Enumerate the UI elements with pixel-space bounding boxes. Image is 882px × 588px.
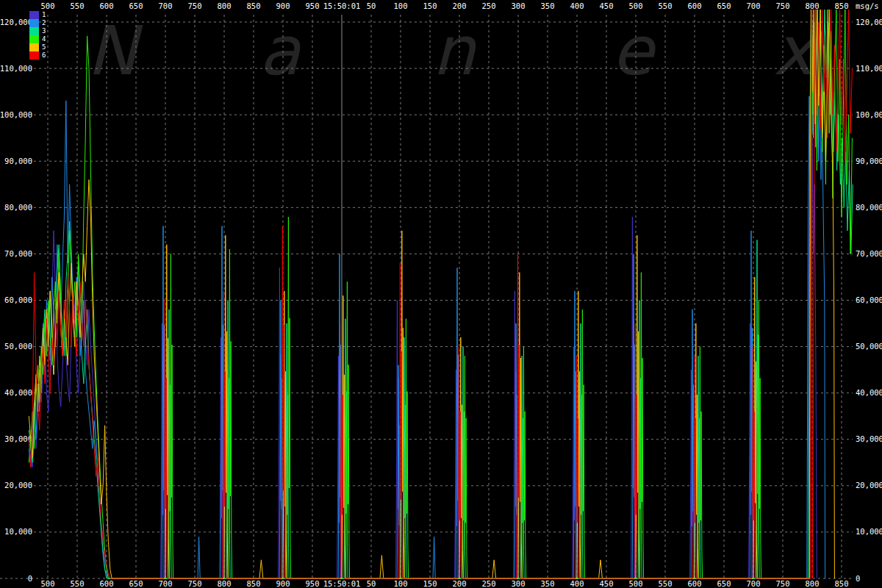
x-tick-label: 550	[659, 1, 673, 10]
x-tick-label: 650	[717, 1, 731, 10]
y-tick-label: 60,000	[856, 295, 882, 304]
x-tick-label: 600	[100, 1, 114, 10]
x-tick-label: 450	[600, 579, 614, 588]
x-tick-label: 300	[512, 1, 526, 10]
y-tick-label: 40,000	[856, 388, 882, 397]
series-line-6	[29, 10, 852, 578]
y-tick-label: 90,000	[856, 157, 882, 165]
x-tick-label: 15:50:01	[323, 579, 361, 588]
x-tick-label: 850	[247, 1, 261, 10]
y-tick-label: 30,000	[856, 434, 882, 443]
x-tick-label: 650	[129, 579, 143, 588]
legend-swatch-4	[29, 35, 39, 43]
x-tick-label: 800	[806, 1, 820, 10]
legend-item: 3	[29, 27, 46, 35]
x-tick-label: 600	[100, 579, 114, 588]
x-tick-label: 950	[306, 579, 320, 588]
x-tick-label: 100	[394, 579, 408, 588]
x-tick-label: 700	[747, 579, 761, 588]
y-tick-label: 100,000	[856, 110, 882, 119]
x-tick-label: 950	[306, 1, 320, 10]
x-tick-label: 800	[806, 579, 820, 588]
x-tick-label: 50	[367, 1, 376, 10]
y-tick-label: 70,000	[856, 249, 882, 258]
x-tick-label: 550	[659, 579, 673, 588]
legend-label-3: 3	[39, 27, 46, 35]
x-tick-label: 650	[717, 579, 731, 588]
y-tick-label: 20,000	[4, 481, 32, 490]
x-tick-label: 300	[512, 579, 526, 588]
y-tick-label: 10,000	[4, 527, 32, 536]
legend-swatch-5	[29, 43, 39, 51]
x-tick-label: 900	[276, 1, 290, 10]
x-tick-label: 850	[247, 579, 261, 588]
legend-label-1: 1	[39, 11, 46, 19]
x-tick-label: 50	[367, 579, 376, 588]
x-tick-label: 750	[776, 579, 790, 588]
legend-item: 2	[29, 19, 46, 27]
x-tick-label: 500	[629, 579, 643, 588]
y-tick-label: 120,000	[856, 18, 882, 26]
x-tick-label: 550	[71, 1, 85, 10]
x-tick-label: 550	[71, 579, 85, 588]
series-line-2	[29, 10, 825, 578]
x-tick-label: 700	[159, 1, 173, 10]
legend-label-5: 5	[39, 43, 46, 51]
x-tick-label: 500	[41, 1, 55, 10]
x-tick-label: 750	[188, 1, 202, 10]
y-tick-label: 50,000	[4, 342, 32, 351]
x-tick-label: 700	[747, 1, 761, 10]
x-tick-label: 15:50:01	[323, 1, 361, 10]
legend-item: 6	[29, 51, 46, 60]
x-tick-label: 250	[482, 579, 496, 588]
legend-label-2: 2	[39, 19, 46, 27]
legend-item: 1	[29, 11, 46, 19]
y-tick-label: 90,000	[4, 157, 32, 165]
legend-item: 5	[29, 43, 46, 51]
x-tick-label: 400	[570, 1, 584, 10]
y-tick-label: 110,000	[0, 64, 32, 73]
y-tick-label: 0	[856, 574, 860, 583]
y-axis-unit-label: msg/s	[856, 1, 879, 10]
legend-label-6: 6	[39, 51, 46, 60]
y-tick-label: 80,000	[4, 203, 32, 212]
y-tick-label: 30,000	[4, 434, 32, 443]
y-tick-label: 120,000	[0, 18, 32, 26]
x-tick-label: 500	[41, 579, 55, 588]
x-tick-label: 850	[835, 579, 849, 588]
x-tick-label: 800	[218, 1, 232, 10]
series-line-4	[29, 10, 852, 578]
x-tick-label: 600	[688, 1, 702, 10]
x-tick-label: 500	[629, 1, 643, 10]
legend-item: 4	[29, 35, 46, 43]
x-tick-label: 100	[394, 1, 408, 10]
x-tick-label: 150	[423, 579, 437, 588]
x-tick-label: 650	[129, 1, 143, 10]
legend-swatch-2	[29, 19, 39, 27]
y-tick-label: 100,000	[0, 110, 32, 119]
y-tick-label: 110,000	[856, 64, 882, 73]
x-tick-label: 400	[570, 579, 584, 588]
x-tick-label: 700	[159, 579, 173, 588]
plot-area: 0010,00010,00020,00020,00030,00030,00040…	[0, 0, 882, 588]
y-tick-label: 60,000	[4, 295, 32, 304]
x-tick-label: 200	[453, 1, 467, 10]
nanex-msgrate-chart: N a n e x 0010,00010,00020,00020,00030,0…	[0, 0, 882, 588]
x-tick-label: 900	[276, 579, 290, 588]
x-tick-label: 450	[600, 1, 614, 10]
x-tick-label: 750	[776, 1, 790, 10]
y-tick-label: 0	[28, 574, 32, 583]
y-tick-label: 20,000	[856, 481, 882, 490]
legend-swatch-1	[29, 11, 39, 19]
x-tick-label: 850	[835, 1, 849, 10]
y-tick-label: 10,000	[856, 527, 882, 536]
x-tick-label: 800	[218, 579, 232, 588]
y-tick-label: 40,000	[4, 388, 32, 397]
y-tick-label: 50,000	[856, 342, 882, 351]
x-tick-label: 350	[541, 1, 555, 10]
x-tick-label: 750	[188, 579, 202, 588]
legend-swatch-3	[29, 27, 39, 35]
series-line-3	[29, 10, 853, 578]
y-tick-label: 80,000	[856, 203, 882, 212]
x-tick-label: 600	[688, 579, 702, 588]
